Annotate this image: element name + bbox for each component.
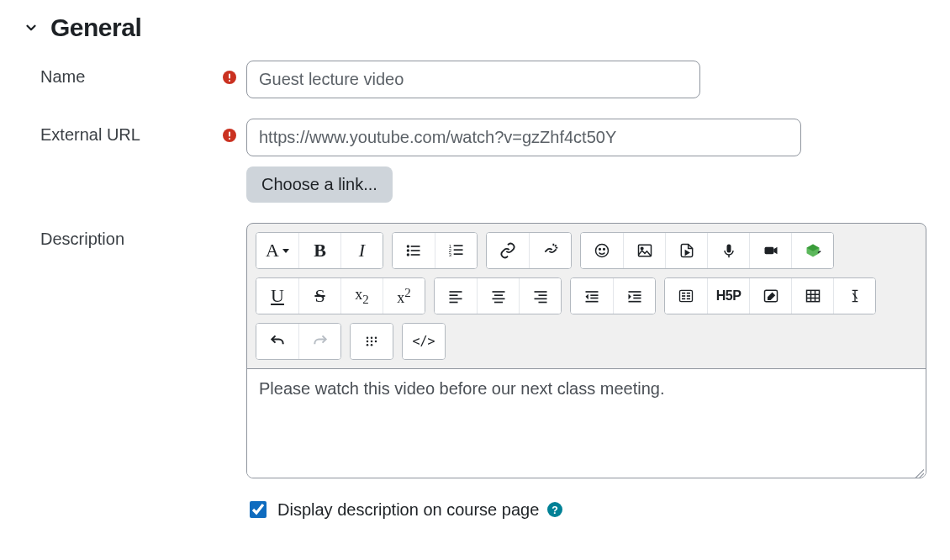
bold-button[interactable]: B xyxy=(298,233,340,268)
underline-button[interactable]: U xyxy=(256,278,298,314)
svg-rect-57 xyxy=(682,293,685,294)
help-icon[interactable]: ? xyxy=(547,502,562,517)
svg-marker-50 xyxy=(586,294,588,300)
svg-rect-15 xyxy=(453,249,462,251)
emoji-button[interactable] xyxy=(581,233,623,268)
image-button[interactable] xyxy=(623,233,665,268)
accessibility-button[interactable] xyxy=(351,324,393,359)
svg-rect-34 xyxy=(450,291,462,293)
svg-point-72 xyxy=(367,341,369,343)
svg-rect-36 xyxy=(450,298,462,300)
svg-line-77 xyxy=(914,469,924,478)
link-button[interactable] xyxy=(487,233,529,268)
svg-rect-4 xyxy=(229,131,230,136)
svg-rect-56 xyxy=(680,290,693,301)
name-input[interactable] xyxy=(246,61,700,98)
svg-rect-45 xyxy=(538,302,546,304)
manage-files-button[interactable] xyxy=(791,233,833,268)
svg-rect-9 xyxy=(411,250,420,251)
svg-line-19 xyxy=(555,245,557,246)
svg-rect-62 xyxy=(687,298,690,300)
svg-rect-39 xyxy=(494,294,503,296)
edit-button[interactable] xyxy=(749,278,791,314)
rich-text-editor: A B I 123 xyxy=(246,223,926,478)
strikethrough-button[interactable]: S xyxy=(298,278,340,314)
svg-point-10 xyxy=(407,253,409,256)
redo-button[interactable] xyxy=(298,324,340,359)
svg-rect-40 xyxy=(492,298,504,300)
undo-button[interactable] xyxy=(256,324,298,359)
svg-point-8 xyxy=(407,249,409,251)
italic-button[interactable]: I xyxy=(340,233,383,268)
svg-text:3: 3 xyxy=(448,252,451,257)
svg-rect-64 xyxy=(806,290,819,301)
svg-rect-44 xyxy=(534,298,546,300)
chevron-down-icon xyxy=(24,20,39,35)
align-left-button[interactable] xyxy=(435,278,477,314)
svg-rect-51 xyxy=(628,291,641,293)
description-label: Description xyxy=(40,230,124,249)
display-description-row: Display description on course page ? xyxy=(246,499,926,520)
svg-rect-54 xyxy=(628,301,641,303)
svg-rect-29 xyxy=(764,247,773,254)
svg-rect-42 xyxy=(534,291,546,293)
svg-point-70 xyxy=(371,337,373,340)
svg-marker-55 xyxy=(628,294,631,300)
external-url-input[interactable] xyxy=(246,119,801,156)
record-video-button[interactable] xyxy=(749,233,791,268)
svg-marker-30 xyxy=(773,247,777,254)
section-header[interactable]: General xyxy=(24,13,926,42)
paragraph-style-button[interactable]: A xyxy=(256,233,298,268)
html-button[interactable]: </> xyxy=(403,324,445,359)
record-audio-button[interactable] xyxy=(707,233,749,268)
svg-rect-48 xyxy=(590,298,598,299)
numbered-list-button[interactable]: 123 xyxy=(435,233,477,268)
svg-rect-2 xyxy=(229,80,230,82)
svg-rect-17 xyxy=(453,253,462,255)
h5p-button[interactable]: H5P xyxy=(707,278,749,314)
svg-point-69 xyxy=(367,337,369,340)
media-button[interactable] xyxy=(665,233,707,268)
svg-rect-60 xyxy=(687,295,690,297)
choose-link-button[interactable]: Choose a link... xyxy=(246,166,393,203)
svg-line-79 xyxy=(922,478,924,478)
name-label: Name xyxy=(40,67,85,87)
editor-content-area[interactable]: Please watch this video before our next … xyxy=(247,368,926,478)
svg-rect-58 xyxy=(687,293,690,294)
display-description-checkbox[interactable] xyxy=(250,501,267,518)
svg-rect-11 xyxy=(411,254,420,256)
svg-rect-43 xyxy=(538,294,546,296)
svg-rect-1 xyxy=(229,73,230,78)
indent-button[interactable] xyxy=(613,278,655,314)
required-icon xyxy=(223,129,236,142)
svg-point-74 xyxy=(375,341,377,343)
align-right-button[interactable] xyxy=(519,278,561,314)
equation-button[interactable] xyxy=(665,278,707,314)
required-icon xyxy=(223,71,236,84)
table-button[interactable] xyxy=(791,278,833,314)
svg-point-75 xyxy=(367,344,369,346)
svg-rect-38 xyxy=(492,291,504,293)
svg-rect-13 xyxy=(453,245,462,246)
outdent-button[interactable] xyxy=(571,278,613,314)
description-text: Please watch this video before our next … xyxy=(259,379,664,398)
svg-rect-53 xyxy=(633,298,641,299)
svg-point-22 xyxy=(599,249,601,251)
svg-rect-27 xyxy=(726,245,731,253)
svg-point-71 xyxy=(375,337,377,340)
bullet-list-button[interactable] xyxy=(393,233,435,268)
svg-rect-7 xyxy=(411,246,420,247)
subscript-button[interactable]: x2 xyxy=(340,278,383,314)
superscript-button[interactable]: x2 xyxy=(383,278,425,314)
svg-rect-59 xyxy=(682,295,685,297)
field-name: Name xyxy=(24,61,926,98)
field-external-url: External URL Choose a link... xyxy=(24,119,926,203)
align-center-button[interactable] xyxy=(477,278,519,314)
editor-toolbar: A B I 123 xyxy=(247,224,926,360)
svg-text:?: ? xyxy=(552,505,559,516)
svg-point-25 xyxy=(641,247,643,250)
resize-handle-icon[interactable] xyxy=(912,464,924,476)
clear-formatting-button[interactable] xyxy=(833,278,875,314)
section-title: General xyxy=(50,13,141,42)
unlink-button[interactable] xyxy=(529,233,571,268)
